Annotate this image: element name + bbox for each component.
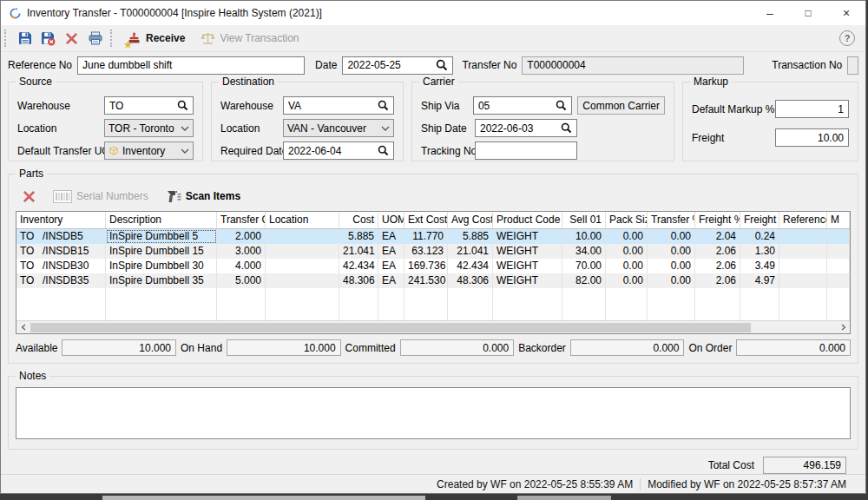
save-button[interactable]: [13, 28, 36, 49]
cell-freight_pct[interactable]: 2.06: [695, 273, 740, 288]
cell-m[interactable]: [827, 273, 850, 288]
cell-m[interactable]: [827, 229, 850, 244]
view-transaction-button[interactable]: View Transaction: [193, 28, 306, 49]
cell-inventory[interactable]: TO/INSDB5: [16, 229, 106, 244]
search-icon[interactable]: [378, 145, 389, 156]
ship-via-input[interactable]: 05: [473, 96, 572, 115]
scroll-right-arrow[interactable]: [837, 322, 850, 333]
column-header-uom[interactable]: UOM: [378, 212, 404, 228]
search-icon[interactable]: [177, 100, 188, 111]
table-row[interactable]: TO/INSDB5InSpire Dumbbell 52.0005.885EA1…: [16, 229, 850, 244]
cell-location[interactable]: [266, 229, 339, 244]
column-header-description[interactable]: Description: [106, 212, 217, 228]
cell-reference[interactable]: [779, 273, 827, 288]
cell-transfer_pct[interactable]: 0.00: [648, 259, 695, 273]
table-row[interactable]: TO/INSDB15InSpire Dumbbell 153.00021.041…: [16, 244, 850, 259]
cell-product_code[interactable]: WEIGHT: [493, 229, 562, 244]
table-row[interactable]: TO/INSDB30InSpire Dumbbell 304.00042.434…: [16, 259, 850, 273]
cell-transfer_qty[interactable]: 3.000: [217, 244, 266, 259]
cell-description[interactable]: InSpire Dumbbell 5: [106, 229, 217, 244]
destination-warehouse-input[interactable]: VA: [283, 96, 394, 115]
cell-pack_size[interactable]: 0.00: [606, 244, 648, 259]
cell-cost[interactable]: 48.306: [339, 273, 378, 288]
delete-button[interactable]: [60, 28, 83, 49]
column-header-reference[interactable]: Reference: [779, 212, 827, 228]
serial-numbers-button[interactable]: Serial Numbers: [53, 190, 148, 203]
cell-m[interactable]: [827, 244, 850, 259]
cell-sell01[interactable]: 10.00: [562, 229, 606, 244]
column-header-m[interactable]: M: [827, 212, 850, 228]
column-header-cost[interactable]: Cost: [339, 212, 378, 228]
cell-description[interactable]: InSpire Dumbbell 15: [106, 244, 217, 259]
column-header-transfer_pct[interactable]: Transfer %: [648, 212, 695, 228]
source-location-select[interactable]: TOR - Toronto: [104, 119, 194, 137]
cell-inventory[interactable]: TO/INSDB35: [16, 273, 106, 288]
cell-cost[interactable]: 21.041: [339, 244, 378, 259]
close-button[interactable]: ×: [827, 1, 865, 25]
minimize-button[interactable]: –: [751, 1, 789, 25]
cell-pack_size[interactable]: 0.00: [606, 229, 648, 244]
column-header-inventory[interactable]: Inventory: [16, 212, 106, 228]
date-input[interactable]: 2022-05-25: [342, 56, 453, 75]
cell-freight_pct[interactable]: 2.06: [695, 244, 740, 259]
cell-freight[interactable]: 1.30: [740, 244, 779, 259]
cell-freight_pct[interactable]: 2.06: [695, 259, 740, 273]
column-header-ext_cost[interactable]: Ext Cost: [404, 212, 448, 228]
table-row[interactable]: TO/INSDB35InSpire Dumbbell 355.00048.306…: [16, 273, 850, 288]
ship-date-input[interactable]: 2022-06-03: [475, 119, 577, 137]
freight-input[interactable]: 10.00: [775, 128, 849, 147]
cell-avg_cost[interactable]: 48.306: [448, 273, 493, 288]
cell-transfer_pct[interactable]: 0.00: [648, 244, 695, 259]
cell-cost[interactable]: 42.434: [339, 259, 378, 273]
cell-transfer_pct[interactable]: 0.00: [648, 229, 695, 244]
cell-cost[interactable]: 5.885: [339, 229, 378, 244]
cell-avg_cost[interactable]: 21.041: [448, 244, 493, 259]
cell-description[interactable]: InSpire Dumbbell 35: [106, 273, 217, 288]
help-button[interactable]: ?: [839, 30, 855, 46]
cell-uom[interactable]: EA: [378, 244, 404, 259]
search-icon[interactable]: [556, 100, 567, 111]
cell-uom[interactable]: EA: [378, 273, 404, 288]
cell-location[interactable]: [266, 273, 339, 288]
scrollbar-thumb[interactable]: [30, 323, 751, 332]
column-header-freight[interactable]: Freight: [740, 212, 779, 228]
receive-button[interactable]: ★ Receive: [119, 28, 193, 49]
cell-uom[interactable]: EA: [378, 229, 404, 244]
search-icon[interactable]: [561, 122, 572, 134]
maximize-button[interactable]: □: [789, 1, 827, 25]
cell-freight_pct[interactable]: 2.04: [695, 229, 740, 244]
notes-input[interactable]: [16, 387, 851, 439]
cell-ext_cost[interactable]: 11.770: [404, 229, 448, 244]
cell-ext_cost[interactable]: 169.736: [404, 259, 448, 273]
cell-freight[interactable]: 4.97: [740, 273, 779, 288]
reference-no-input[interactable]: June dumbbell shift: [77, 56, 305, 75]
cell-ext_cost[interactable]: 241.530: [404, 273, 448, 288]
cell-uom[interactable]: EA: [378, 259, 404, 273]
required-date-input[interactable]: 2022-06-04: [283, 141, 394, 160]
cell-avg_cost[interactable]: 42.434: [448, 259, 493, 273]
cell-description[interactable]: InSpire Dumbbell 30: [106, 259, 217, 273]
scan-items-button[interactable]: Scan Items: [166, 189, 240, 204]
cell-reference[interactable]: [779, 229, 827, 244]
cell-m[interactable]: [827, 259, 850, 273]
column-header-avg_cost[interactable]: Avg Cost: [448, 212, 493, 228]
cell-reference[interactable]: [779, 259, 827, 273]
cell-pack_size[interactable]: 0.00: [606, 273, 648, 288]
scroll-left-arrow[interactable]: [16, 322, 30, 333]
cell-product_code[interactable]: WEIGHT: [493, 259, 562, 273]
column-header-freight_pct[interactable]: Freight %: [695, 212, 740, 228]
column-header-pack_size[interactable]: Pack Size: [606, 212, 648, 228]
cell-reference[interactable]: [779, 244, 827, 259]
search-icon[interactable]: [378, 100, 389, 111]
column-header-location[interactable]: Location: [266, 212, 339, 228]
cell-avg_cost[interactable]: 5.885: [448, 229, 493, 244]
print-button[interactable]: [83, 28, 107, 49]
cell-inventory[interactable]: TO/INSDB15: [16, 244, 106, 259]
cell-location[interactable]: [266, 259, 339, 273]
column-header-product_code[interactable]: Product Code: [493, 212, 562, 228]
source-warehouse-input[interactable]: TO: [104, 96, 194, 115]
cell-location[interactable]: [266, 244, 339, 259]
cell-ext_cost[interactable]: 63.123: [404, 244, 448, 259]
cell-transfer_qty[interactable]: 5.000: [217, 273, 266, 288]
horizontal-scrollbar[interactable]: [16, 320, 850, 333]
